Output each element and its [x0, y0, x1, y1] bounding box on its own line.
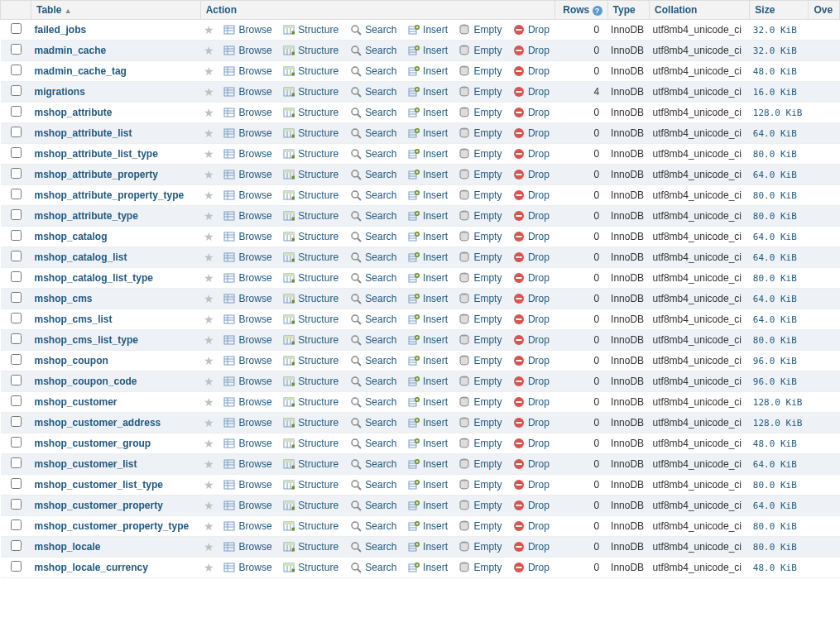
favorite-star-icon[interactable]: ★	[204, 168, 214, 181]
table-name-link[interactable]: madmin_cache_tag	[35, 65, 127, 77]
structure-action[interactable]: Structure	[283, 148, 338, 160]
insert-action[interactable]: Insert	[408, 127, 448, 139]
size-header[interactable]: Size	[750, 1, 809, 20]
insert-action[interactable]: Insert	[408, 314, 448, 325]
row-checkbox[interactable]	[11, 354, 22, 365]
structure-action[interactable]: Structure	[283, 479, 338, 491]
favorite-star-icon[interactable]: ★	[204, 437, 214, 450]
search-action[interactable]: Search	[350, 500, 396, 511]
browse-action[interactable]: Browse	[223, 562, 271, 573]
empty-action[interactable]: Empty	[458, 479, 502, 491]
insert-action[interactable]: Insert	[408, 334, 448, 346]
row-checkbox[interactable]	[11, 251, 22, 261]
favorite-star-icon[interactable]: ★	[204, 147, 214, 160]
browse-action[interactable]: Browse	[223, 210, 271, 222]
favorite-star-icon[interactable]: ★	[204, 44, 214, 57]
structure-action[interactable]: Structure	[283, 127, 338, 139]
browse-action[interactable]: Browse	[223, 293, 271, 304]
row-checkbox[interactable]	[11, 168, 22, 179]
browse-action[interactable]: Browse	[223, 86, 271, 98]
browse-action[interactable]: Browse	[223, 458, 271, 470]
table-name-link[interactable]: mshop_locale	[35, 541, 101, 553]
drop-action[interactable]: Drop	[513, 541, 550, 553]
search-action[interactable]: Search	[350, 107, 396, 118]
table-name-link[interactable]: mshop_customer_property_type	[35, 520, 190, 532]
search-action[interactable]: Search	[350, 458, 396, 470]
empty-action[interactable]: Empty	[458, 500, 502, 511]
search-action[interactable]: Search	[350, 355, 396, 366]
row-checkbox[interactable]	[11, 395, 22, 406]
empty-action[interactable]: Empty	[458, 65, 502, 77]
browse-action[interactable]: Browse	[223, 107, 271, 118]
browse-action[interactable]: Browse	[223, 520, 271, 532]
insert-action[interactable]: Insert	[408, 479, 448, 491]
empty-action[interactable]: Empty	[458, 169, 502, 180]
drop-action[interactable]: Drop	[513, 169, 550, 180]
table-name-link[interactable]: mshop_attribute_list	[35, 127, 132, 139]
row-checkbox[interactable]	[11, 416, 22, 427]
insert-action[interactable]: Insert	[408, 500, 448, 511]
search-action[interactable]: Search	[350, 376, 396, 387]
browse-action[interactable]: Browse	[223, 24, 271, 36]
empty-action[interactable]: Empty	[458, 541, 502, 553]
drop-action[interactable]: Drop	[513, 127, 550, 139]
empty-action[interactable]: Empty	[458, 148, 502, 160]
search-action[interactable]: Search	[350, 148, 396, 160]
row-checkbox[interactable]	[11, 437, 22, 448]
search-action[interactable]: Search	[350, 396, 396, 408]
table-name-link[interactable]: mshop_customer_address	[35, 417, 161, 429]
row-checkbox[interactable]	[11, 499, 22, 510]
favorite-star-icon[interactable]: ★	[204, 561, 214, 574]
table-name-link[interactable]: mshop_coupon_code	[35, 376, 137, 387]
favorite-star-icon[interactable]: ★	[204, 540, 214, 553]
drop-action[interactable]: Drop	[513, 438, 550, 449]
insert-action[interactable]: Insert	[408, 293, 448, 304]
browse-action[interactable]: Browse	[223, 541, 271, 553]
structure-action[interactable]: Structure	[283, 355, 338, 366]
row-checkbox[interactable]	[11, 230, 22, 241]
browse-action[interactable]: Browse	[223, 127, 271, 139]
search-action[interactable]: Search	[350, 562, 396, 573]
empty-action[interactable]: Empty	[458, 24, 502, 36]
table-name-link[interactable]: mshop_customer_group	[35, 438, 151, 449]
favorite-star-icon[interactable]: ★	[204, 65, 214, 78]
drop-action[interactable]: Drop	[513, 562, 550, 573]
drop-action[interactable]: Drop	[513, 189, 550, 201]
structure-action[interactable]: Structure	[283, 169, 338, 180]
insert-action[interactable]: Insert	[408, 541, 448, 553]
search-action[interactable]: Search	[350, 417, 396, 429]
search-action[interactable]: Search	[350, 334, 396, 346]
row-checkbox[interactable]	[11, 519, 22, 530]
insert-action[interactable]: Insert	[408, 520, 448, 532]
table-name-link[interactable]: mshop_customer	[35, 396, 118, 408]
browse-action[interactable]: Browse	[223, 500, 271, 511]
search-action[interactable]: Search	[350, 479, 396, 491]
table-name-link[interactable]: failed_jobs	[35, 24, 87, 36]
favorite-star-icon[interactable]: ★	[204, 209, 214, 223]
row-checkbox[interactable]	[11, 457, 22, 468]
table-name-link[interactable]: mshop_catalog	[35, 231, 108, 242]
row-checkbox[interactable]	[11, 147, 22, 158]
structure-action[interactable]: Structure	[283, 541, 338, 553]
drop-action[interactable]: Drop	[513, 45, 550, 56]
table-name-link[interactable]: madmin_cache	[35, 45, 107, 56]
favorite-star-icon[interactable]: ★	[204, 457, 214, 471]
insert-action[interactable]: Insert	[408, 458, 448, 470]
insert-action[interactable]: Insert	[408, 65, 448, 77]
table-name-link[interactable]: mshop_cms_list_type	[35, 334, 138, 346]
insert-action[interactable]: Insert	[408, 169, 448, 180]
empty-action[interactable]: Empty	[458, 231, 502, 242]
structure-action[interactable]: Structure	[283, 45, 338, 56]
table-name-link[interactable]: migrations	[35, 86, 85, 98]
browse-action[interactable]: Browse	[223, 169, 271, 180]
table-name-link[interactable]: mshop_attribute_list_type	[35, 148, 158, 160]
search-action[interactable]: Search	[350, 65, 396, 77]
search-action[interactable]: Search	[350, 438, 396, 449]
drop-action[interactable]: Drop	[513, 314, 550, 325]
rows-header[interactable]: Rows ?	[555, 1, 607, 20]
row-checkbox[interactable]	[11, 333, 22, 344]
drop-action[interactable]: Drop	[513, 107, 550, 118]
row-checkbox[interactable]	[11, 85, 22, 96]
browse-action[interactable]: Browse	[223, 396, 271, 408]
structure-action[interactable]: Structure	[283, 396, 338, 408]
